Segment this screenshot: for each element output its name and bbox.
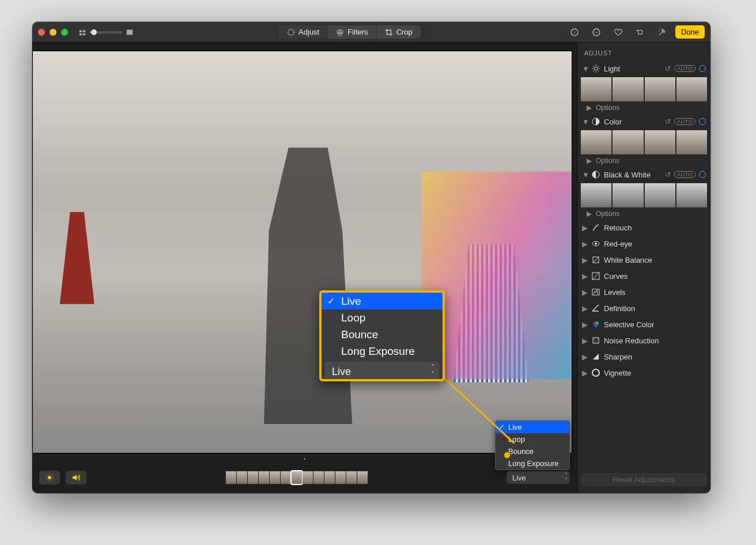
chevron-down-icon: ▼ bbox=[582, 118, 588, 126]
panel-header-sharpen[interactable]: ▶ Sharpen bbox=[581, 350, 707, 363]
callout-item-long-exposure[interactable]: Long Exposure bbox=[322, 343, 443, 359]
callout-item-bounce[interactable]: Bounce bbox=[322, 326, 443, 343]
toolbar-right-group: i Done bbox=[566, 25, 705, 39]
zoom-slider[interactable] bbox=[90, 31, 122, 33]
reset-adjustments-button[interactable]: Reset Adjustments bbox=[581, 473, 707, 486]
light-thumb-strip[interactable] bbox=[581, 77, 707, 101]
auto-enhance-button[interactable] bbox=[653, 25, 671, 39]
chevron-right-icon: ▶ bbox=[587, 210, 592, 218]
crop-tab-label: Crop bbox=[396, 28, 413, 36]
updown-chevron-icon: ˄˅ bbox=[565, 472, 568, 483]
svg-point-5 bbox=[288, 29, 294, 35]
chevron-right-icon: ▶ bbox=[582, 272, 588, 281]
whitebalance-icon bbox=[591, 255, 600, 264]
color-icon bbox=[591, 117, 600, 126]
rotate-button[interactable] bbox=[632, 25, 649, 39]
color-thumb-strip[interactable] bbox=[581, 130, 707, 154]
bw-icon bbox=[591, 170, 600, 179]
window-minimize-button[interactable] bbox=[50, 29, 56, 36]
live-effect-value: Live bbox=[512, 474, 526, 482]
adjust-sidebar: ADJUST ▼ Light ↺ AUTO ▶ bbox=[577, 43, 710, 493]
options-toggle-light[interactable]: ▶ Options bbox=[581, 103, 707, 112]
panel-header-levels[interactable]: ▶ Levels bbox=[581, 286, 707, 298]
titlebar: Adjust Filters Crop i Done bbox=[32, 22, 710, 43]
key-frame[interactable] bbox=[292, 471, 302, 484]
svg-point-14 bbox=[598, 32, 599, 33]
panel-title-bw: Black & White bbox=[604, 171, 662, 179]
chevron-right-icon: ▶ bbox=[582, 304, 588, 313]
chevron-right-icon: ▶ bbox=[587, 104, 592, 112]
chevron-right-icon: ▶ bbox=[582, 224, 588, 232]
svg-line-25 bbox=[593, 71, 594, 72]
panel-header-redeye[interactable]: ▶ Red-eye bbox=[581, 237, 707, 250]
panel-header-noisereduction[interactable]: ▶ Noise Reduction bbox=[581, 334, 707, 347]
zoom-slider-group bbox=[78, 28, 134, 36]
options-toggle-color[interactable]: ▶ Options bbox=[581, 156, 707, 165]
more-button[interactable] bbox=[588, 25, 605, 39]
panel-header-curves[interactable]: ▶ Curves bbox=[581, 270, 707, 282]
callout-item-live[interactable]: Live bbox=[322, 293, 443, 309]
panel-header-light[interactable]: ▼ Light ↺ AUTO bbox=[581, 62, 707, 75]
options-toggle-bw[interactable]: ▶ Options bbox=[581, 209, 707, 218]
svg-line-26 bbox=[598, 66, 599, 67]
enable-toggle-light[interactable] bbox=[699, 65, 706, 72]
window-close-button[interactable] bbox=[38, 29, 45, 36]
svg-point-18 bbox=[594, 67, 598, 70]
light-icon bbox=[591, 64, 600, 73]
auto-button-bw[interactable]: AUTO bbox=[674, 171, 695, 178]
photo-canvas[interactable] bbox=[32, 51, 572, 453]
filters-icon bbox=[336, 28, 344, 36]
filters-tab[interactable]: Filters bbox=[328, 25, 376, 39]
undo-icon[interactable]: ↺ bbox=[665, 65, 671, 73]
window-zoom-button[interactable] bbox=[61, 29, 68, 36]
enable-toggle-bw[interactable] bbox=[699, 171, 706, 178]
svg-point-43 bbox=[592, 369, 599, 376]
audio-toggle[interactable] bbox=[66, 471, 86, 485]
auto-button-color[interactable]: AUTO bbox=[674, 118, 695, 125]
edit-mode-segmented-control: Adjust Filters Crop bbox=[279, 25, 421, 39]
adjust-tab-label: Adjust bbox=[298, 28, 319, 36]
favorite-button[interactable] bbox=[610, 25, 627, 39]
svg-point-42 bbox=[596, 342, 597, 342]
panel-header-bw[interactable]: ▼ Black & White ↺ AUTO bbox=[581, 168, 707, 181]
noisereduction-icon bbox=[591, 336, 600, 345]
info-button[interactable]: i bbox=[566, 25, 583, 39]
chevron-right-icon: ▶ bbox=[587, 157, 592, 165]
bw-thumb-strip[interactable] bbox=[581, 183, 707, 207]
chevron-right-icon: ▶ bbox=[582, 288, 588, 297]
dropdown-item-long-exposure[interactable]: Long Exposure bbox=[496, 457, 569, 470]
adjust-icon bbox=[287, 28, 295, 36]
svg-point-13 bbox=[596, 32, 597, 33]
crop-tab[interactable]: Crop bbox=[377, 25, 421, 39]
panel-header-retouch[interactable]: ▶ Retouch bbox=[581, 221, 707, 234]
svg-rect-15 bbox=[638, 30, 642, 34]
adjust-tab[interactable]: Adjust bbox=[279, 25, 328, 39]
speaker-icon bbox=[71, 473, 81, 482]
traffic-lights bbox=[38, 29, 68, 36]
panel-header-color[interactable]: ▼ Color ↺ AUTO bbox=[581, 115, 707, 128]
callout-connector-dot bbox=[504, 452, 511, 459]
chevron-down-icon: ▼ bbox=[582, 171, 588, 179]
undo-icon[interactable]: ↺ bbox=[665, 171, 671, 179]
zoom-in-single-icon bbox=[126, 28, 134, 36]
live-photo-toggle[interactable] bbox=[39, 471, 60, 485]
callout-item-loop[interactable]: Loop bbox=[322, 309, 443, 326]
panel-header-whitebalance[interactable]: ▶ White Balance bbox=[581, 253, 707, 266]
zoom-out-thumbnails-icon bbox=[78, 28, 86, 36]
live-photo-filmstrip[interactable] bbox=[224, 470, 370, 485]
panel-header-selectivecolor[interactable]: ▶ Selective Color bbox=[581, 318, 707, 331]
chevron-right-icon: ▶ bbox=[582, 320, 588, 329]
svg-rect-0 bbox=[80, 30, 82, 32]
definition-icon bbox=[591, 304, 600, 313]
dropdown-item-live[interactable]: Live bbox=[496, 421, 569, 433]
enable-toggle-color[interactable] bbox=[699, 118, 706, 125]
svg-line-23 bbox=[593, 66, 594, 67]
panel-header-definition[interactable]: ▶ Definition bbox=[581, 302, 707, 315]
auto-button-light[interactable]: AUTO bbox=[674, 65, 695, 72]
done-button[interactable]: Done bbox=[675, 25, 705, 39]
undo-icon[interactable]: ↺ bbox=[665, 118, 671, 126]
panel-color: ▼ Color ↺ AUTO ▶ Options bbox=[581, 115, 707, 165]
panel-header-vignette[interactable]: ▶ Vignette bbox=[581, 366, 707, 379]
live-effect-select[interactable]: Live ˄˅ bbox=[506, 471, 570, 484]
callout-select[interactable]: Live ˄˅ bbox=[325, 362, 439, 381]
